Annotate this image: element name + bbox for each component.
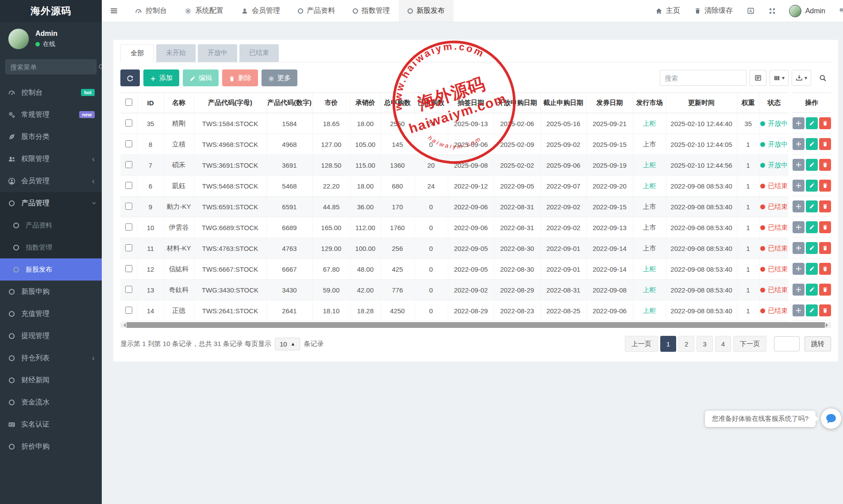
jump-page-input[interactable]: [774, 336, 800, 351]
jump-button[interactable]: 跳转: [805, 336, 831, 351]
navtab-ipo-release[interactable]: 新股发布: [399, 0, 454, 22]
scroll-right-arrow-icon[interactable]: [826, 323, 830, 327]
navtab-index-mgmt[interactable]: 指数管理: [344, 0, 399, 22]
refresh-button[interactable]: [120, 69, 140, 86]
add-button[interactable]: 添加: [143, 69, 179, 86]
row-move-button[interactable]: [793, 138, 805, 150]
row-delete-button[interactable]: [819, 138, 831, 150]
col-header-close_date[interactable]: 截止申购日期: [540, 93, 586, 113]
sidebar-item-product-info[interactable]: 产品资料: [0, 214, 102, 236]
tab-not-started[interactable]: 未开始: [156, 44, 196, 62]
col-header-code_num[interactable]: 产品代码(数字): [266, 93, 312, 113]
sidebar-item-withdraw[interactable]: 提现管理: [0, 325, 102, 347]
col-header-applied[interactable]: 已申购数: [414, 93, 448, 113]
row-checkbox[interactable]: [125, 119, 132, 127]
row-delete-button[interactable]: [819, 200, 831, 212]
row-checkbox[interactable]: [125, 140, 132, 147]
col-header-code_alpha[interactable]: 产品代码(字母): [194, 93, 266, 113]
row-move-button[interactable]: [793, 180, 805, 192]
row-move-button[interactable]: [793, 263, 805, 275]
sidebar-item-discount[interactable]: 折价申购: [0, 435, 102, 458]
page-button-4[interactable]: 4: [715, 336, 731, 352]
row-edit-button[interactable]: [806, 284, 818, 296]
col-header-market[interactable]: 发行市场: [633, 93, 666, 113]
row-delete-button[interactable]: [819, 304, 831, 316]
col-header-issue_date[interactable]: 发券日期: [586, 93, 633, 113]
search-button[interactable]: [814, 70, 831, 86]
page-button-1[interactable]: 1: [660, 336, 676, 352]
row-checkbox[interactable]: [125, 223, 132, 231]
market-value[interactable]: 上柜: [643, 307, 656, 314]
col-header-id[interactable]: ID: [137, 93, 164, 113]
sidebar-search-input[interactable]: [10, 63, 98, 71]
row-edit-button[interactable]: [806, 200, 818, 212]
col-header-total[interactable]: 总申购数: [381, 93, 414, 113]
clear-cache-button[interactable]: 清除缓存: [687, 0, 740, 22]
row-checkbox[interactable]: [125, 286, 132, 293]
row-checkbox[interactable]: [125, 244, 132, 251]
row-delete-button[interactable]: [819, 117, 831, 129]
row-checkbox[interactable]: [125, 182, 132, 189]
row-move-button[interactable]: [793, 304, 805, 316]
col-header-status[interactable]: 状态: [759, 93, 789, 113]
row-move-button[interactable]: [793, 200, 805, 212]
table-scroll-area[interactable]: ID名称产品代码(字母)产品代码(数字)市价承销价总申购数已申购数抽签日期开放申…: [120, 92, 789, 321]
sidebar-item-position[interactable]: 持仓列表 ‹: [0, 347, 102, 369]
sidebar-item-general[interactable]: 常规管理 new: [0, 104, 102, 126]
row-checkbox[interactable]: [125, 265, 132, 272]
market-value[interactable]: 上柜: [643, 265, 656, 273]
more-button[interactable]: 更多: [262, 69, 297, 86]
col-header-open_date[interactable]: 开放申购日期: [494, 93, 540, 113]
card-view-button[interactable]: [750, 70, 766, 86]
market-value[interactable]: 上柜: [643, 286, 656, 293]
market-value[interactable]: 上柜: [643, 119, 656, 127]
sidebar-item-realname[interactable]: 实名认证: [0, 413, 102, 435]
navtab-member[interactable]: 会员管理: [232, 0, 289, 22]
sidebar-item-member[interactable]: 会员管理 ‹: [0, 170, 102, 192]
col-header-price[interactable]: 市价: [312, 93, 350, 113]
row-edit-button[interactable]: [806, 138, 818, 150]
tab-ended[interactable]: 已结束: [239, 44, 279, 62]
sidebar-item-finance-news[interactable]: 财经新闻: [0, 369, 102, 391]
row-delete-button[interactable]: [819, 159, 831, 171]
columns-dropdown-button[interactable]: ▾: [770, 70, 789, 86]
sidebar-item-dashboard[interactable]: 控制台 hot: [0, 81, 102, 104]
export-dropdown-button[interactable]: ▾: [792, 70, 811, 86]
next-page-button[interactable]: 下一页: [733, 336, 766, 352]
tab-open[interactable]: 开放中: [198, 44, 237, 62]
row-edit-button[interactable]: [806, 304, 818, 316]
row-move-button[interactable]: [793, 221, 805, 233]
sidebar-item-index-mgmt[interactable]: 指数管理: [0, 236, 102, 258]
table-search-input[interactable]: [660, 70, 747, 86]
navtab-product-info[interactable]: 产品资料: [289, 0, 344, 22]
horizontal-scrollbar[interactable]: [120, 322, 831, 328]
sidebar-item-product[interactable]: 产品管理 ‹: [0, 192, 102, 214]
page-button-2[interactable]: 2: [678, 336, 694, 352]
sidebar-item-recharge[interactable]: 充值管理: [0, 303, 102, 325]
home-button[interactable]: 主页: [648, 0, 687, 22]
page-button-3[interactable]: 3: [697, 336, 712, 352]
chat-button[interactable]: [821, 408, 841, 429]
row-move-button[interactable]: [793, 159, 805, 171]
row-edit-button[interactable]: [806, 263, 818, 275]
row-move-button[interactable]: [793, 242, 805, 254]
navbar-user-menu[interactable]: Admin: [783, 5, 831, 17]
tab-all[interactable]: 全部: [120, 44, 154, 62]
market-value[interactable]: 上柜: [643, 182, 656, 189]
edit-button[interactable]: 编辑: [183, 69, 219, 86]
sidebar-item-permission[interactable]: 权限管理 ‹: [0, 148, 102, 170]
delete-button[interactable]: 删除: [222, 69, 258, 86]
row-delete-button[interactable]: [819, 221, 831, 233]
col-header-underwrite[interactable]: 承销价: [350, 93, 381, 113]
navtab-system-config[interactable]: 系统配置: [176, 0, 232, 22]
select-all-checkbox[interactable]: [125, 99, 132, 106]
col-header-weight[interactable]: 权重: [737, 93, 759, 113]
row-checkbox[interactable]: [125, 161, 132, 168]
row-delete-button[interactable]: [819, 242, 831, 254]
sidebar-item-fund-flow[interactable]: 资金流水: [0, 391, 102, 413]
settings-button[interactable]: [831, 0, 843, 22]
col-header-draw_date[interactable]: 抽签日期: [448, 93, 494, 113]
row-move-button[interactable]: [793, 117, 805, 129]
row-move-button[interactable]: [793, 284, 805, 296]
page-size-select[interactable]: 10 ▲: [275, 338, 300, 350]
